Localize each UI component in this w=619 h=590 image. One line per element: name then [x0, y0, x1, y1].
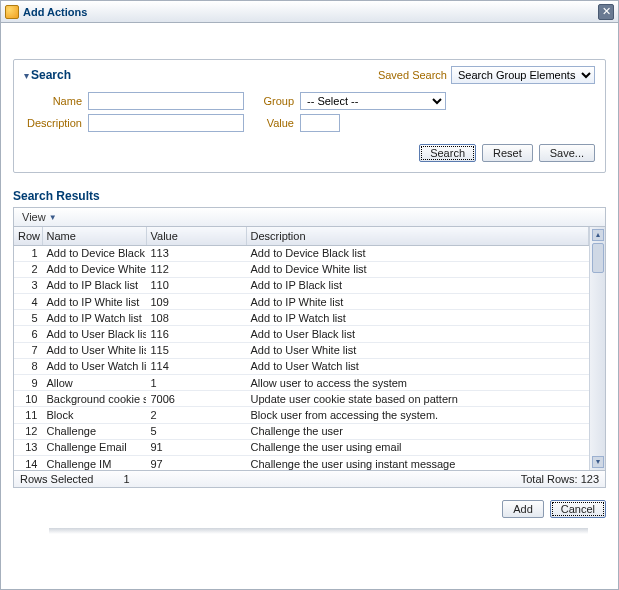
table-row[interactable]: 12Challenge5Challenge the user [14, 423, 589, 439]
cell-description: Challenge the user [246, 423, 589, 439]
results-toolbar: View ▼ [13, 207, 606, 226]
save-button[interactable]: Save... [539, 144, 595, 162]
cell-name: Block [42, 407, 146, 423]
label-value: Value [254, 117, 294, 129]
view-label: View [22, 211, 46, 223]
table-row[interactable]: 1Add to Device Black list113Add to Devic… [14, 245, 589, 261]
menu-down-icon: ▼ [49, 213, 57, 222]
cell-row: 12 [14, 423, 42, 439]
search-panel-title: Search [31, 68, 71, 82]
label-name: Name [24, 95, 82, 107]
cell-description: Add to IP Black list [246, 277, 589, 293]
cell-name: Challenge IM [42, 455, 146, 470]
cell-value: 91 [146, 439, 246, 455]
table-row[interactable]: 10Background cookie state7006Update user… [14, 391, 589, 407]
cell-description: Update user cookie state based on patter… [246, 391, 589, 407]
table-row[interactable]: 14Challenge IM97Challenge the user using… [14, 455, 589, 470]
total-rows-value: 123 [581, 473, 599, 485]
scroll-up-icon[interactable]: ▴ [592, 229, 604, 241]
label-group: Group [254, 95, 294, 107]
cell-name: Challenge Email [42, 439, 146, 455]
cell-description: Challenge the user using instant message [246, 455, 589, 470]
cell-row: 11 [14, 407, 42, 423]
table-row[interactable]: 9Allow1Allow user to access the system [14, 375, 589, 391]
cell-row: 6 [14, 326, 42, 342]
table-row[interactable]: 2Add to Device White list112Add to Devic… [14, 261, 589, 277]
group-select[interactable]: -- Select -- [300, 92, 446, 110]
cell-row: 1 [14, 245, 42, 261]
cell-name: Add to IP Watch list [42, 310, 146, 326]
cell-value: 97 [146, 455, 246, 470]
cell-row: 9 [14, 375, 42, 391]
cell-row: 2 [14, 261, 42, 277]
table-row[interactable]: 8Add to User Watch list114Add to User Wa… [14, 358, 589, 374]
chevron-down-icon: ▾ [24, 70, 29, 81]
vertical-scrollbar[interactable]: ▴ ▾ [589, 227, 605, 470]
reset-button[interactable]: Reset [482, 144, 533, 162]
cell-name: Background cookie state [42, 391, 146, 407]
add-button[interactable]: Add [502, 500, 544, 518]
label-description: Description [24, 117, 82, 129]
window-title: Add Actions [23, 6, 87, 18]
search-collapse-toggle[interactable]: ▾ Search [24, 68, 71, 82]
cancel-button[interactable]: Cancel [550, 500, 606, 518]
saved-search-select[interactable]: Search Group Elements [451, 66, 595, 84]
cell-row: 14 [14, 455, 42, 470]
results-title: Search Results [13, 189, 606, 203]
cell-description: Allow user to access the system [246, 375, 589, 391]
cell-value: 115 [146, 342, 246, 358]
cell-description: Add to Device White list [246, 261, 589, 277]
search-button[interactable]: Search [419, 144, 476, 162]
cell-name: Add to Device Black list [42, 245, 146, 261]
cell-description: Add to User White list [246, 342, 589, 358]
results-table: Row Name Value Description 1Add to Devic… [14, 227, 589, 470]
table-row[interactable]: 3Add to IP Black list110Add to IP Black … [14, 277, 589, 293]
cell-description: Challenge the user using email [246, 439, 589, 455]
cell-value: 110 [146, 277, 246, 293]
table-row[interactable]: 11Block2Block user from accessing the sy… [14, 407, 589, 423]
cell-row: 8 [14, 358, 42, 374]
cell-description: Add to IP Watch list [246, 310, 589, 326]
table-row[interactable]: 5Add to IP Watch list108Add to IP Watch … [14, 310, 589, 326]
cell-name: Add to IP Black list [42, 277, 146, 293]
cell-description: Add to User Watch list [246, 358, 589, 374]
view-menu[interactable]: View ▼ [18, 210, 61, 224]
value-input[interactable] [300, 114, 340, 132]
table-row[interactable]: 13Challenge Email91Challenge the user us… [14, 439, 589, 455]
window-icon [5, 5, 19, 19]
cell-name: Add to User White list [42, 342, 146, 358]
cell-description: Block user from accessing the system. [246, 407, 589, 423]
name-input[interactable] [88, 92, 244, 110]
col-header-row[interactable]: Row [14, 227, 42, 245]
col-header-name[interactable]: Name [42, 227, 146, 245]
scroll-thumb[interactable] [592, 243, 604, 273]
col-header-description[interactable]: Description [246, 227, 589, 245]
table-row[interactable]: 6Add to User Black list116Add to User Bl… [14, 326, 589, 342]
cell-row: 5 [14, 310, 42, 326]
cell-name: Allow [42, 375, 146, 391]
cell-row: 13 [14, 439, 42, 455]
shadow [49, 528, 588, 534]
description-input[interactable] [88, 114, 244, 132]
scroll-down-icon[interactable]: ▾ [592, 456, 604, 468]
cell-value: 108 [146, 310, 246, 326]
rows-selected-value: 1 [123, 473, 129, 485]
cell-value: 2 [146, 407, 246, 423]
cell-row: 10 [14, 391, 42, 407]
cell-name: Add to Device White list [42, 261, 146, 277]
total-rows-label: Total Rows: [521, 473, 578, 485]
close-icon[interactable]: ✕ [598, 4, 614, 20]
cell-description: Add to User Black list [246, 326, 589, 342]
col-header-value[interactable]: Value [146, 227, 246, 245]
saved-search-label: Saved Search [378, 69, 447, 81]
search-panel: ▾ Search Saved Search Search Group Eleme… [13, 59, 606, 173]
cell-value: 7006 [146, 391, 246, 407]
status-bar: Rows Selected 1 Total Rows: 123 [13, 471, 606, 488]
cell-value: 113 [146, 245, 246, 261]
table-row[interactable]: 4Add to IP White list109Add to IP White … [14, 294, 589, 310]
cell-description: Add to Device Black list [246, 245, 589, 261]
title-bar: Add Actions ✕ [1, 1, 618, 23]
table-row[interactable]: 7Add to User White list115Add to User Wh… [14, 342, 589, 358]
cell-name: Challenge [42, 423, 146, 439]
cell-value: 1 [146, 375, 246, 391]
